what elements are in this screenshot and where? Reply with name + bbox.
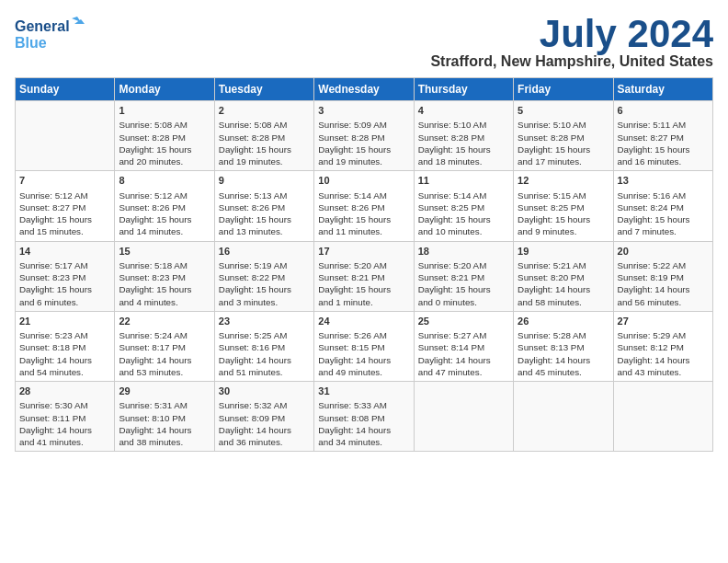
table-row: 3Sunrise: 5:09 AM Sunset: 8:28 PM Daylig… (314, 101, 414, 171)
table-row: 28Sunrise: 5:30 AM Sunset: 8:11 PM Dayli… (16, 382, 115, 452)
day-number: 24 (318, 315, 409, 328)
table-row: 27Sunrise: 5:29 AM Sunset: 8:12 PM Dayli… (613, 311, 712, 381)
day-info: Sunrise: 5:14 AM Sunset: 8:26 PM Dayligh… (318, 190, 409, 238)
day-number: 8 (119, 174, 210, 188)
col-sunday: Sunday (16, 78, 115, 101)
table-row: 15Sunrise: 5:18 AM Sunset: 8:23 PM Dayli… (115, 241, 214, 311)
table-row: 9Sunrise: 5:13 AM Sunset: 8:26 PM Daylig… (214, 171, 313, 241)
calendar-week-row: 14Sunrise: 5:17 AM Sunset: 8:23 PM Dayli… (16, 241, 713, 311)
table-row: 4Sunrise: 5:10 AM Sunset: 8:28 PM Daylig… (414, 101, 513, 171)
day-number: 4 (418, 104, 509, 118)
table-row (514, 382, 613, 452)
day-info: Sunrise: 5:29 AM Sunset: 8:12 PM Dayligh… (618, 329, 709, 378)
logo-svg: General Blue (15, 15, 88, 53)
day-info: Sunrise: 5:30 AM Sunset: 8:11 PM Dayligh… (19, 399, 110, 448)
day-number: 19 (518, 245, 609, 259)
table-row: 31Sunrise: 5:33 AM Sunset: 8:08 PM Dayli… (314, 382, 414, 452)
calendar-week-row: 7Sunrise: 5:12 AM Sunset: 8:27 PM Daylig… (16, 171, 713, 241)
day-info: Sunrise: 5:14 AM Sunset: 8:25 PM Dayligh… (418, 190, 509, 238)
table-row: 23Sunrise: 5:25 AM Sunset: 8:16 PM Dayli… (214, 311, 313, 381)
day-info: Sunrise: 5:17 AM Sunset: 8:23 PM Dayligh… (19, 259, 110, 308)
day-number: 11 (418, 174, 509, 188)
day-number: 7 (19, 174, 110, 188)
col-saturday: Saturday (613, 78, 712, 101)
table-row: 13Sunrise: 5:16 AM Sunset: 8:24 PM Dayli… (613, 171, 712, 241)
day-info: Sunrise: 5:25 AM Sunset: 8:16 PM Dayligh… (219, 329, 310, 378)
table-row: 7Sunrise: 5:12 AM Sunset: 8:27 PM Daylig… (16, 171, 115, 241)
day-number: 10 (318, 174, 409, 188)
table-row: 20Sunrise: 5:22 AM Sunset: 8:19 PM Dayli… (613, 241, 712, 311)
logo: General Blue (15, 15, 88, 53)
table-row: 14Sunrise: 5:17 AM Sunset: 8:23 PM Dayli… (16, 241, 115, 311)
day-number: 2 (219, 104, 310, 118)
page: General Blue July 2024 Strafford, New Ha… (0, 0, 728, 459)
day-number: 17 (318, 245, 409, 259)
table-row (414, 382, 513, 452)
day-number: 15 (119, 245, 210, 259)
day-info: Sunrise: 5:10 AM Sunset: 8:28 PM Dayligh… (518, 119, 609, 167)
day-info: Sunrise: 5:13 AM Sunset: 8:26 PM Dayligh… (219, 190, 310, 238)
calendar-header-row: Sunday Monday Tuesday Wednesday Thursday… (16, 78, 713, 101)
subtitle: Strafford, New Hampshire, United States (430, 53, 713, 70)
day-info: Sunrise: 5:10 AM Sunset: 8:28 PM Dayligh… (418, 119, 509, 167)
day-number: 20 (618, 245, 709, 259)
table-row (16, 101, 115, 171)
day-number: 9 (219, 174, 310, 188)
day-number: 13 (618, 174, 709, 188)
day-info: Sunrise: 5:32 AM Sunset: 8:09 PM Dayligh… (219, 399, 310, 448)
table-row: 6Sunrise: 5:11 AM Sunset: 8:27 PM Daylig… (613, 101, 712, 171)
day-number: 14 (19, 245, 110, 259)
day-info: Sunrise: 5:27 AM Sunset: 8:14 PM Dayligh… (418, 329, 509, 378)
calendar-week-row: 28Sunrise: 5:30 AM Sunset: 8:11 PM Dayli… (16, 382, 713, 452)
day-info: Sunrise: 5:12 AM Sunset: 8:26 PM Dayligh… (119, 190, 210, 238)
day-number: 27 (618, 315, 709, 328)
table-row: 2Sunrise: 5:08 AM Sunset: 8:28 PM Daylig… (214, 101, 313, 171)
day-info: Sunrise: 5:08 AM Sunset: 8:28 PM Dayligh… (119, 119, 210, 167)
header: General Blue July 2024 Strafford, New Ha… (15, 15, 713, 70)
table-row: 1Sunrise: 5:08 AM Sunset: 8:28 PM Daylig… (115, 101, 214, 171)
calendar-week-row: 21Sunrise: 5:23 AM Sunset: 8:18 PM Dayli… (16, 311, 713, 381)
table-row: 10Sunrise: 5:14 AM Sunset: 8:26 PM Dayli… (314, 171, 414, 241)
col-monday: Monday (115, 78, 214, 101)
table-row (613, 382, 712, 452)
day-number: 30 (219, 385, 310, 398)
table-row: 30Sunrise: 5:32 AM Sunset: 8:09 PM Dayli… (214, 382, 313, 452)
main-title: July 2024 (430, 15, 713, 53)
calendar-table: Sunday Monday Tuesday Wednesday Thursday… (15, 77, 713, 452)
table-row: 17Sunrise: 5:20 AM Sunset: 8:21 PM Dayli… (314, 241, 414, 311)
svg-text:Blue: Blue (15, 35, 47, 51)
day-info: Sunrise: 5:08 AM Sunset: 8:28 PM Dayligh… (219, 119, 310, 167)
day-info: Sunrise: 5:18 AM Sunset: 8:23 PM Dayligh… (119, 259, 210, 308)
day-number: 25 (418, 315, 509, 328)
table-row: 11Sunrise: 5:14 AM Sunset: 8:25 PM Dayli… (414, 171, 513, 241)
table-row: 25Sunrise: 5:27 AM Sunset: 8:14 PM Dayli… (414, 311, 513, 381)
title-block: July 2024 Strafford, New Hampshire, Unit… (430, 15, 713, 70)
day-info: Sunrise: 5:16 AM Sunset: 8:24 PM Dayligh… (618, 190, 709, 238)
day-number: 3 (318, 104, 409, 118)
day-info: Sunrise: 5:11 AM Sunset: 8:27 PM Dayligh… (618, 119, 709, 167)
table-row: 26Sunrise: 5:28 AM Sunset: 8:13 PM Dayli… (514, 311, 613, 381)
day-info: Sunrise: 5:20 AM Sunset: 8:21 PM Dayligh… (318, 259, 409, 308)
day-info: Sunrise: 5:22 AM Sunset: 8:19 PM Dayligh… (618, 259, 709, 308)
day-number: 21 (19, 315, 110, 328)
day-info: Sunrise: 5:20 AM Sunset: 8:21 PM Dayligh… (418, 259, 509, 308)
table-row: 21Sunrise: 5:23 AM Sunset: 8:18 PM Dayli… (16, 311, 115, 381)
day-number: 23 (219, 315, 310, 328)
table-row: 19Sunrise: 5:21 AM Sunset: 8:20 PM Dayli… (514, 241, 613, 311)
table-row: 12Sunrise: 5:15 AM Sunset: 8:25 PM Dayli… (514, 171, 613, 241)
day-number: 16 (219, 245, 310, 259)
day-info: Sunrise: 5:33 AM Sunset: 8:08 PM Dayligh… (318, 399, 409, 448)
table-row: 18Sunrise: 5:20 AM Sunset: 8:21 PM Dayli… (414, 241, 513, 311)
day-number: 29 (119, 385, 210, 398)
day-info: Sunrise: 5:23 AM Sunset: 8:18 PM Dayligh… (19, 329, 110, 378)
day-number: 5 (518, 104, 609, 118)
table-row: 29Sunrise: 5:31 AM Sunset: 8:10 PM Dayli… (115, 382, 214, 452)
table-row: 24Sunrise: 5:26 AM Sunset: 8:15 PM Dayli… (314, 311, 414, 381)
day-number: 22 (119, 315, 210, 328)
day-number: 12 (518, 174, 609, 188)
col-thursday: Thursday (414, 78, 513, 101)
day-info: Sunrise: 5:09 AM Sunset: 8:28 PM Dayligh… (318, 119, 409, 167)
day-info: Sunrise: 5:19 AM Sunset: 8:22 PM Dayligh… (219, 259, 310, 308)
day-info: Sunrise: 5:28 AM Sunset: 8:13 PM Dayligh… (518, 329, 609, 378)
day-number: 31 (318, 385, 409, 398)
